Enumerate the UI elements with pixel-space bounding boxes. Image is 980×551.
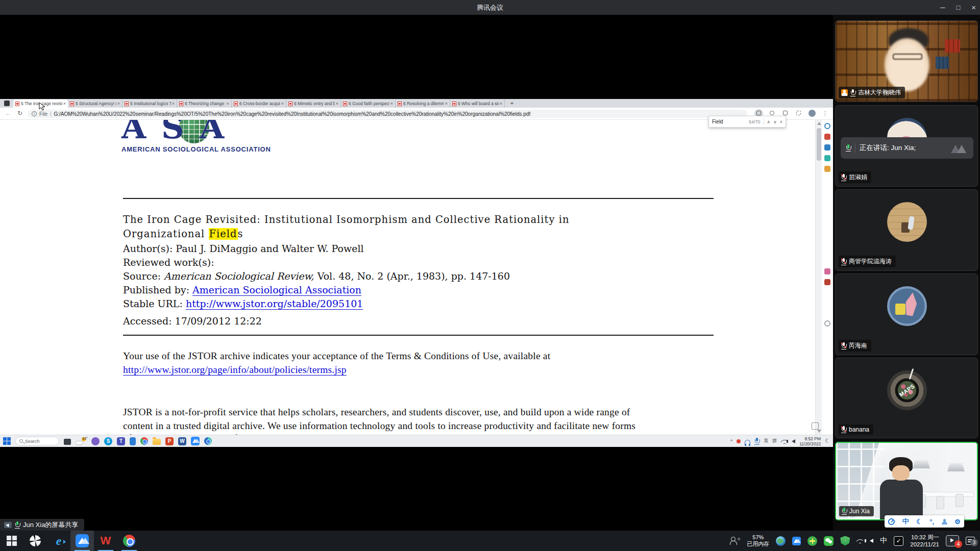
antivirus-tray-icon[interactable]	[807, 536, 817, 546]
tab-close-icon[interactable]: ×	[390, 101, 393, 106]
ime-account-icon[interactable]	[942, 519, 947, 524]
browser-tray-icon[interactable]	[776, 536, 786, 546]
side-tool-icon[interactable]	[824, 155, 830, 161]
tab-close-icon[interactable]: ×	[172, 101, 175, 106]
maximize-button[interactable]: □	[956, 4, 960, 11]
chrome-icon[interactable]	[140, 437, 148, 445]
minimize-button[interactable]: ─	[940, 4, 945, 11]
address-bar[interactable]: i File | G:/AOM%20Wuhan%20U/2022%20semin…	[28, 110, 747, 118]
ime-settings-icon[interactable]: ⚙	[954, 518, 961, 525]
side-tool-icon[interactable]	[824, 166, 830, 172]
tab-close-icon[interactable]: ×	[117, 101, 120, 106]
find-close-icon[interactable]: ×	[780, 119, 782, 124]
side-tool-icon[interactable]	[824, 279, 830, 285]
tab-close-icon[interactable]: ×	[227, 101, 229, 106]
fit-page-icon[interactable]	[812, 422, 819, 430]
participant-tile[interactable]: 芮海南	[835, 273, 978, 355]
tab-close-icon[interactable]: ×	[445, 101, 448, 106]
network-icon[interactable]	[856, 538, 863, 543]
ime-chinese-mode[interactable]: 中	[902, 517, 909, 526]
tab-close-icon[interactable]: ×	[500, 101, 502, 106]
find-query[interactable]: Field	[712, 119, 746, 124]
teams-icon[interactable]: T	[117, 437, 125, 445]
wechat-tray-icon[interactable]	[824, 536, 834, 546]
find-bar[interactable]: Field 54/70 ∧ ∨ ×	[708, 116, 786, 128]
scroll-up-icon[interactable]	[817, 122, 821, 125]
tab-good-faith[interactable]: 6 Good faith perspective.pdf ×	[341, 99, 396, 108]
terms-link[interactable]: http://www.jstor.org/page/info/about/pol…	[123, 364, 347, 375]
ime-toolbar[interactable]: 中 ☾ °, ⚙	[885, 515, 964, 528]
tab-structural-agency[interactable]: 5 Structural Agency! (and other ×	[68, 99, 122, 108]
back-icon[interactable]: ←	[5, 110, 11, 117]
checkbox-tray-icon[interactable]: ✓	[894, 536, 903, 546]
publisher-link[interactable]: American Sociological Association	[192, 284, 361, 296]
extensions-icon[interactable]	[795, 110, 802, 117]
wps-office-icon[interactable]: W	[94, 531, 117, 551]
pdf-scrollbar[interactable]	[815, 120, 822, 435]
action-center-icon[interactable]: 3	[966, 537, 975, 545]
ime-punctuation-icon[interactable]: °,	[929, 518, 934, 525]
video-app-tray-icon[interactable]: 4	[946, 535, 959, 546]
participant-tile-active-speaker[interactable]: Jun Xia	[835, 442, 978, 520]
side-tool-icon[interactable]	[824, 134, 830, 140]
tab-mimetic-entry[interactable]: 6 Mimetic entry and bandwagon ×	[286, 99, 341, 108]
shared-mic-icon[interactable]	[754, 438, 760, 445]
chat-app-icon[interactable]	[91, 437, 100, 445]
shared-search-box[interactable]: Search	[15, 437, 59, 445]
new-tab-button[interactable]: +	[508, 100, 516, 107]
internet-explorer-icon[interactable]: e	[47, 531, 70, 551]
chrome-taskbar-icon[interactable]	[117, 531, 141, 551]
participant-tile[interactable]: 商管学院温海涛	[835, 189, 978, 271]
volume-icon[interactable]	[870, 539, 873, 543]
skype-icon[interactable]: S	[104, 437, 112, 445]
tab-institutional-logics[interactable]: 6 Institutional logics Thornton.p ×	[122, 99, 177, 108]
file-explorer-icon[interactable]	[153, 439, 161, 445]
pinwheel-app-icon[interactable]	[23, 531, 47, 551]
side-comment-icon[interactable]	[824, 320, 830, 327]
ime-pinyin-indicator[interactable]: 拼	[772, 438, 777, 444]
side-search-icon[interactable]	[824, 123, 830, 129]
tencent-meeting-tray-icon[interactable]	[792, 537, 801, 545]
participant-tile[interactable]: 吉林大学鞠晓伟	[835, 20, 978, 102]
shared-start-button[interactable]	[3, 437, 11, 445]
tencent-meeting-icon[interactable]	[191, 437, 200, 445]
tab-resolving-dilemma[interactable]: 6 Resolving a dilemma of signal ×	[396, 99, 450, 108]
ime-english-indicator[interactable]: 英	[764, 438, 768, 444]
participant-tile[interactable]: 正在讲话: Jun Xia; 苗淑娟	[835, 105, 978, 187]
ime-gauge-icon[interactable]	[888, 518, 895, 525]
clock[interactable]: 10:32 周一2022/11/21	[910, 534, 939, 548]
page-info-icon[interactable]: i	[32, 111, 37, 116]
security-shield-icon[interactable]	[840, 536, 850, 546]
word-icon[interactable]: W	[178, 437, 186, 445]
shared-clock[interactable]: 8:52 PM11/20/2022	[799, 436, 821, 446]
tab-theorizing-change[interactable]: 6 Theorizing change the role of ×	[177, 99, 232, 108]
close-button[interactable]: ×	[971, 3, 976, 12]
tencent-meeting-taskbar-icon[interactable]	[70, 531, 94, 551]
ime-indicator[interactable]: 中	[880, 536, 887, 545]
find-previous-icon[interactable]: ∧	[767, 119, 771, 124]
powerpoint-icon[interactable]: P	[165, 437, 174, 445]
people-icon[interactable]	[730, 537, 740, 545]
scrollbar-thumb[interactable]	[817, 128, 821, 161]
ime-halfwidth-icon[interactable]: ☾	[916, 518, 922, 525]
tab-close-icon[interactable]: ×	[336, 101, 338, 106]
side-tool-icon[interactable]	[824, 144, 830, 151]
tab-close-icon[interactable]: ×	[281, 101, 284, 106]
browser-menu-icon[interactable]: ⋮	[822, 110, 828, 117]
memory-usage[interactable]: 57%已用内存	[747, 534, 769, 547]
scroll-down-icon[interactable]	[817, 430, 821, 433]
tab-sinking-ship[interactable]: 6 Who will board a sinking ship ×	[450, 99, 505, 108]
stable-url-link[interactable]: http://www.jstor.org/stable/2095101	[186, 298, 363, 310]
headset-icon[interactable]	[745, 440, 750, 444]
find-next-icon[interactable]: ∨	[773, 119, 777, 124]
shared-volume-icon[interactable]	[792, 439, 795, 443]
reload-icon[interactable]: ↻	[17, 110, 22, 117]
side-tool-icon[interactable]	[824, 268, 830, 274]
weather-widget[interactable]: 43°	[76, 437, 87, 445]
participant-tile[interactable]: MAPS banana	[835, 358, 978, 438]
tab-cross-border[interactable]: 6 Cross-border acquisitions by s ×	[232, 99, 286, 108]
start-button[interactable]	[0, 531, 23, 551]
document-app-icon[interactable]	[130, 437, 136, 445]
tab-close-icon[interactable]: ×	[63, 101, 66, 106]
profile-avatar-icon[interactable]	[808, 110, 816, 117]
